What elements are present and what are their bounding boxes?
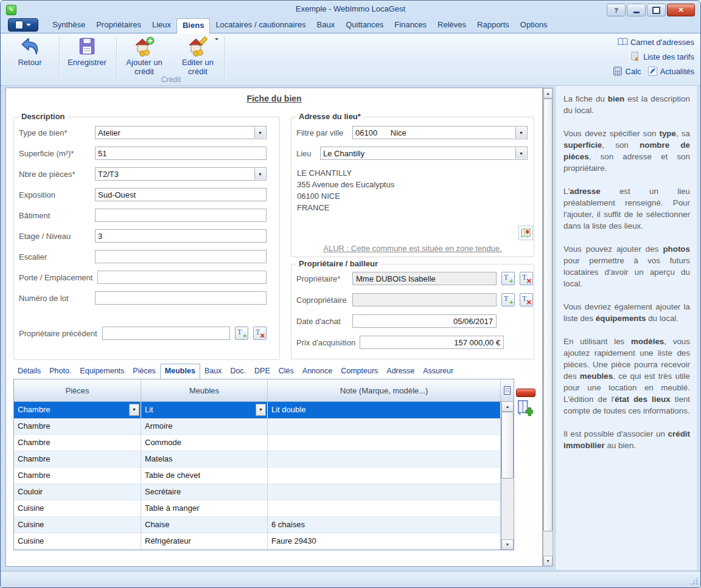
menu-tab-rel-ves[interactable]: Relèves	[432, 18, 472, 33]
table-row[interactable]: ChambreArmoire	[14, 418, 514, 435]
copropri-taire-add-person-button[interactable]: T+	[501, 293, 515, 306]
menu-tab-synth-se[interactable]: Synthèse	[47, 18, 91, 33]
tab-meubles[interactable]: Meubles	[160, 364, 200, 379]
propri-taire-remove-person-button[interactable]: T✕	[520, 272, 533, 285]
alur-link[interactable]: ALUR : Cette commune est située en zone …	[291, 244, 534, 253]
tab-adresse[interactable]: Adresse	[382, 364, 419, 378]
tab-assureur[interactable]: Assureur	[419, 364, 458, 378]
minimize-button[interactable]	[627, 4, 646, 16]
scroll-down-button[interactable]: ▼	[501, 539, 514, 550]
menu-tab-biens[interactable]: Biens	[176, 18, 210, 33]
dropdown-arrow-icon[interactable]: ▼	[129, 404, 139, 416]
tab-equipements[interactable]: Equipements	[75, 364, 128, 378]
city-filter-select[interactable]: 06100 Nice ▼	[352, 126, 528, 139]
news-button[interactable]: Actualités	[647, 66, 694, 76]
tab-annonce[interactable]: Annonce	[298, 364, 337, 378]
dropdown-arrow-icon[interactable]: ▼	[254, 127, 265, 138]
input-propri-taire-pr-c-dent[interactable]	[102, 327, 230, 340]
menu-tab-lieux[interactable]: Lieux	[147, 18, 176, 33]
application-menu-button[interactable]	[8, 18, 38, 32]
tab-cl-s[interactable]: Clés	[274, 364, 298, 378]
column-header-pieces[interactable]: Pièces	[14, 379, 141, 401]
panel-scrollbar[interactable]: ▲ ▼	[543, 88, 553, 567]
column-header-note[interactable]: Note (Marque, modèle...)	[268, 379, 501, 401]
cell-meuble[interactable]: Armoire	[141, 418, 268, 435]
cell-meuble[interactable]: Commode	[141, 435, 268, 451]
scroll-up-button[interactable]: ▲	[501, 401, 514, 412]
edit-credit-button[interactable]: Editer un crédit	[173, 36, 222, 76]
table-row[interactable]: CuisineChaise6 chaises	[14, 517, 514, 533]
propri-taire-pr-c-dent-remove-person-button[interactable]: T✕	[253, 327, 267, 340]
input-propri-taire[interactable]: Mme DUBOIS Isabelle	[352, 272, 497, 285]
cell-meuble[interactable]: Table à manger	[141, 500, 268, 517]
tab-photo[interactable]: Photo.	[45, 364, 75, 378]
input-porte-emplacement[interactable]	[97, 271, 267, 284]
input-b-timent[interactable]	[95, 209, 267, 222]
back-button[interactable]: Retour	[4, 36, 55, 67]
cell-piece[interactable]: Couloir	[14, 484, 141, 500]
table-row[interactable]: CouloirSecrétaire	[14, 484, 514, 500]
propri-taire-pr-c-dent-add-person-button[interactable]: T+	[235, 327, 248, 340]
delete-row-button[interactable]	[516, 389, 535, 397]
column-header-meubles[interactable]: Meubles	[141, 379, 268, 401]
cell-piece[interactable]: Chambre	[14, 435, 141, 451]
input-copropri-taire[interactable]	[352, 293, 497, 306]
scrollbar-thumb[interactable]	[501, 412, 514, 479]
cell-meuble[interactable]: Secrétaire	[141, 484, 268, 500]
cell-piece[interactable]: Chambre▼	[14, 402, 141, 418]
cell-meuble[interactable]: Réfrigérateur	[141, 533, 268, 550]
table-row[interactable]: CuisineTable à manger	[14, 500, 514, 517]
copropri-taire-remove-person-button[interactable]: T✕	[520, 293, 533, 306]
column-chooser-button[interactable]	[501, 379, 514, 401]
tariff-list-button[interactable]: € Liste des tarifs	[630, 52, 694, 61]
maximize-button[interactable]	[647, 4, 666, 16]
tab-dpe[interactable]: DPE	[250, 364, 274, 378]
input-exposition[interactable]: Sud-Ouest	[95, 188, 267, 201]
input-etage-niveau[interactable]: 3	[95, 229, 267, 243]
input-date-d-achat[interactable]: 05/06/2017	[352, 314, 497, 328]
scrollbar-thumb[interactable]	[543, 99, 553, 531]
tab-baux[interactable]: Baux	[200, 364, 226, 378]
dropdown-arrow-icon[interactable]: ▼	[254, 168, 265, 179]
propri-taire-add-person-button[interactable]: T+	[501, 272, 515, 285]
input-escalier[interactable]	[95, 250, 267, 263]
cell-note[interactable]	[268, 500, 501, 517]
cell-meuble[interactable]: Lit▼	[141, 402, 268, 418]
table-row[interactable]: ChambreMatelas	[14, 451, 514, 468]
tab-pi-ces[interactable]: Pièces	[128, 364, 160, 378]
cell-piece[interactable]: Cuisine	[14, 500, 141, 517]
dropdown-arrow-icon[interactable]: ▼	[256, 404, 266, 416]
select-nbre-de-pi-ces[interactable]: T2/T3▼	[95, 167, 267, 181]
cell-piece[interactable]: Cuisine	[14, 533, 141, 550]
menu-tab-baux[interactable]: Baux	[312, 18, 341, 33]
input-num-ro-de-lot[interactable]	[95, 291, 267, 305]
tab-d-tails[interactable]: Détails	[13, 364, 45, 378]
add-row-button[interactable]	[516, 399, 533, 418]
menu-tab-locataires-cautionnaires[interactable]: Locataires / cautionnaires	[210, 18, 311, 33]
input-superficie-m[interactable]: 51	[95, 147, 267, 160]
dropdown-arrow-icon[interactable]: ▼	[515, 127, 526, 138]
cell-note[interactable]	[268, 435, 501, 451]
resize-grip[interactable]	[690, 577, 698, 585]
scroll-up-button[interactable]: ▲	[543, 88, 553, 99]
table-scrollbar[interactable]: ▲ ▼	[501, 401, 514, 550]
table-row[interactable]: ChambreTable de chevet	[14, 468, 514, 484]
cell-note[interactable]	[268, 468, 501, 484]
cell-piece[interactable]: Cuisine	[14, 517, 141, 533]
table-row[interactable]: CuisineRéfrigérateurFaure 29430	[14, 533, 514, 550]
cell-note[interactable]	[268, 451, 501, 468]
select-type-de-bien[interactable]: Atelier▼	[95, 126, 267, 139]
cell-piece[interactable]: Chambre	[14, 468, 141, 484]
add-credit-button[interactable]: Ajouter un crédit	[120, 36, 169, 76]
table-row[interactable]: Chambre▼Lit▼Lit double	[14, 402, 514, 418]
cell-note[interactable]: Faure 29430	[268, 533, 501, 550]
menu-tab-options[interactable]: Options	[515, 18, 553, 33]
address-book-button[interactable]: Carnet d'adresses	[618, 37, 694, 47]
map-button[interactable]	[518, 226, 533, 240]
scroll-down-button[interactable]: ▼	[543, 556, 553, 566]
tab-compteurs[interactable]: Compteurs	[337, 364, 382, 378]
cell-note[interactable]	[268, 484, 501, 500]
menu-tab-rapports[interactable]: Rapports	[472, 18, 515, 33]
menu-tab-quittances[interactable]: Quittances	[340, 18, 389, 33]
input-prix-d-acquisition[interactable]: 157 000,00 €	[360, 336, 504, 349]
